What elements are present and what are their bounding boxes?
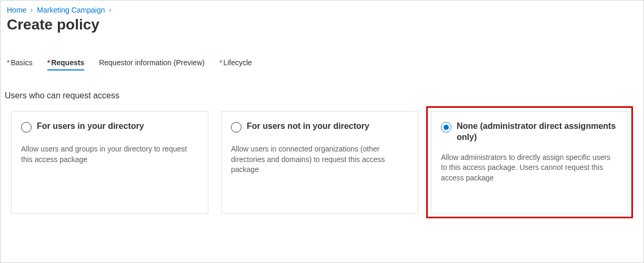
chevron-right-icon: › [109, 6, 112, 14]
section-heading: Users who can request access [5, 91, 637, 100]
tabs: *Basics *Requests Requestor information … [7, 58, 637, 70]
option-not-in-directory[interactable]: For users not in your directory Allow us… [221, 111, 418, 214]
radio-icon[interactable] [441, 122, 451, 133]
chevron-right-icon: › [31, 6, 33, 14]
tab-label: Basics [11, 58, 32, 67]
tab-basics[interactable]: *Basics [7, 58, 33, 70]
breadcrumb: Home › Marketing Campaign › [7, 6, 637, 14]
option-description: Allow users and groups in your directory… [21, 144, 198, 165]
option-in-directory[interactable]: For users in your directory Allow users … [11, 111, 208, 214]
radio-icon[interactable] [231, 122, 242, 133]
tab-requests[interactable]: *Requests [47, 58, 84, 70]
option-title: For users in your directory [37, 121, 144, 132]
tab-lifecycle[interactable]: *Lifecycle [219, 58, 252, 70]
radio-icon[interactable] [21, 122, 32, 133]
option-description: Allow administrators to directly assign … [441, 153, 618, 184]
tab-label: Requests [51, 58, 84, 67]
tab-label: Requestor information (Preview) [99, 58, 205, 67]
required-asterisk: * [47, 58, 50, 67]
option-none[interactable]: None (administrator direct assignments o… [431, 111, 628, 214]
options-group: For users in your directory Allow users … [7, 111, 637, 214]
required-asterisk: * [219, 58, 222, 67]
tab-requestor-info[interactable]: Requestor information (Preview) [99, 58, 205, 70]
required-asterisk: * [7, 58, 9, 67]
option-description: Allow users in connected organizations (… [231, 144, 408, 175]
breadcrumb-campaign[interactable]: Marketing Campaign [37, 6, 105, 14]
tab-label: Lifecycle [223, 58, 251, 67]
breadcrumb-home[interactable]: Home [7, 6, 26, 14]
page-title: Create policy [7, 16, 637, 33]
option-title: For users not in your directory [247, 121, 369, 132]
option-title: None (administrator direct assignments o… [457, 121, 618, 143]
